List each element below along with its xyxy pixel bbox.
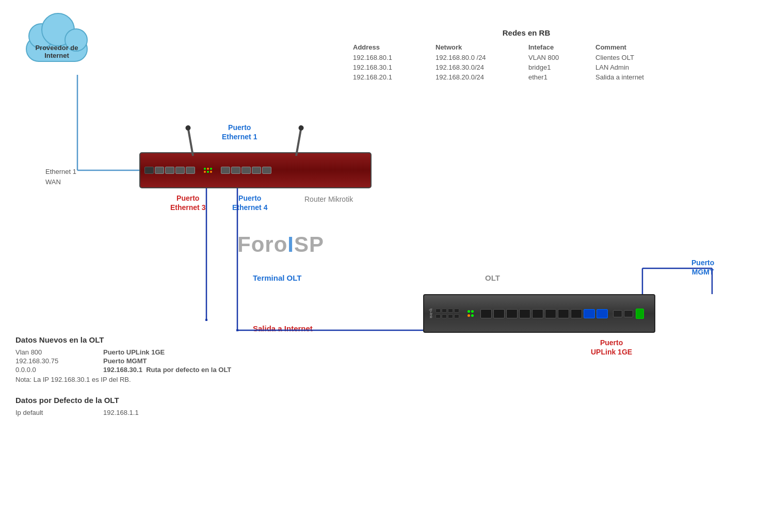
olt-sfp-7 — [558, 309, 569, 318]
redes-en-rb-table: Redes en RB Address Network Inteface Com… — [351, 28, 702, 82]
router-port-4 — [175, 167, 185, 174]
watermark: ForoISP — [237, 232, 324, 257]
ip-mgmt-key: 192.168.30.75 — [15, 357, 98, 365]
puerto-mgmt-label: Puerto MGMT — [691, 258, 714, 277]
default-route-key: 0.0.0.0 — [15, 366, 98, 374]
olt-rj45-1 — [613, 310, 622, 317]
router-leds — [204, 168, 212, 173]
salida-internet-label: Salida a Internet — [253, 324, 313, 333]
addr-2: 192.168.30.1 — [351, 63, 433, 72]
col-interface: Inteface — [526, 42, 593, 52]
iface-1: VLAN 800 — [526, 53, 593, 62]
watermark-sp: SP — [294, 232, 324, 256]
col-address: Address — [351, 42, 433, 52]
led-3 — [210, 168, 212, 170]
olt-rj45-section — [613, 310, 633, 317]
antenna-left — [187, 127, 194, 156]
datos-defecto-grid: Ip default 192.168.1.1 — [15, 409, 273, 416]
router-mikrotik-label: Router Mikrotik — [304, 195, 353, 203]
olt-label: OLT — [485, 273, 500, 282]
olt-brand-text: tp-link — [429, 309, 433, 318]
led-1 — [204, 168, 206, 170]
addr-1: 192.168.80.1 — [351, 53, 433, 62]
col-network: Network — [433, 42, 526, 52]
olt-sfp-uplink1 — [584, 309, 595, 318]
router-port-5 — [186, 167, 195, 174]
router-port-3 — [165, 167, 174, 174]
olt-sfp-5 — [532, 309, 543, 318]
olt-sfp-1 — [480, 309, 492, 318]
olt-sm-port-4 — [454, 309, 459, 313]
ip-mgmt-val: Puerto MGMT — [103, 357, 273, 365]
olt-device: tp-link — [423, 294, 655, 333]
router-port-2 — [155, 167, 164, 174]
router-ports — [144, 167, 366, 174]
datos-nuevos-note: Nota: La IP 192.168.30.1 es IP del RB. — [15, 376, 273, 383]
olt-sfp-section — [480, 309, 608, 318]
led-4 — [204, 171, 206, 173]
olt-sfp-4 — [519, 309, 530, 318]
router-port-9 — [252, 167, 261, 174]
olt-sm-port-3 — [448, 309, 453, 313]
olt-sm-port-2 — [442, 309, 447, 313]
router-port-7 — [231, 167, 240, 174]
table-title: Redes en RB — [351, 28, 702, 37]
vlan800-val: Puerto UPLink 1GE — [103, 348, 273, 356]
comment-1: Clientes OLT — [593, 53, 686, 62]
olt-sfp-3 — [506, 309, 518, 318]
ip-default-key: Ip default — [15, 409, 98, 416]
olt-sfp-uplink2 — [596, 309, 608, 318]
led-2 — [207, 168, 209, 170]
vlan800-key: Vlan 800 — [15, 348, 98, 356]
net-3: 192.168.20.0/24 — [433, 73, 526, 82]
antenna-right — [295, 127, 302, 156]
router-port-6 — [221, 167, 230, 174]
datos-nuevos-title: Datos Nuevos en la OLT — [15, 335, 273, 344]
net-1: 192.168.80.0 /24 — [433, 53, 526, 62]
datos-nuevos-grid: Vlan 800 Puerto UPLink 1GE 192.168.30.75… — [15, 348, 273, 374]
watermark-i: I — [287, 232, 294, 256]
olt-sm-port-6 — [442, 314, 447, 318]
datos-defecto-section: Datos por Defecto de la OLT Ip default 1… — [15, 396, 273, 416]
datos-defecto-title: Datos por Defecto de la OLT — [15, 396, 273, 405]
olt-rj45-mgmt — [624, 310, 633, 317]
cloud-shape: Proveedor de Internet — [15, 21, 98, 77]
router-port-8 — [241, 167, 251, 174]
olt-sm-port-5 — [436, 314, 441, 318]
led-6 — [210, 171, 212, 173]
default-route-val: 192.168.30.1 Ruta por defecto en la OLT — [103, 366, 273, 374]
iface-3: ether1 — [526, 73, 593, 82]
olt-sfp-8 — [571, 309, 582, 318]
watermark-foro: Foro — [237, 232, 287, 256]
puerto-eth1-label: Puerto Ethernet 1 — [222, 123, 257, 141]
table-grid: Address Network Inteface Comment 192.168… — [351, 42, 702, 82]
terminal-olt-label: Terminal OLT — [253, 273, 301, 282]
cloud-label: Proveedor de Internet — [21, 44, 93, 59]
puerto-uplink-label: Puerto UPLink 1GE — [591, 338, 632, 357]
col-comment: Comment — [593, 42, 686, 52]
olt-sm-port-7 — [448, 314, 453, 318]
svg-rect-10 — [236, 329, 238, 331]
ip-default-val: 192.168.1.1 — [103, 409, 273, 416]
ethernet1-wan-label: Ethernet 1 WAN — [45, 167, 76, 187]
svg-rect-9 — [205, 319, 207, 321]
olt-sfp-green — [636, 309, 644, 319]
addr-3: 192.168.20.1 — [351, 73, 433, 82]
olt-sm-port-8 — [454, 314, 459, 318]
olt-sfp-6 — [545, 309, 556, 318]
olt-sm-port-1 — [436, 309, 441, 313]
datos-nuevos-olt: Datos Nuevos en la OLT Vlan 800 Puerto U… — [15, 335, 273, 418]
olt-sfp-2 — [493, 309, 505, 318]
router-port-10 — [262, 167, 271, 174]
iface-2: bridge1 — [526, 63, 593, 72]
net-2: 192.168.30.0/24 — [433, 63, 526, 72]
olt-ports-left — [436, 309, 459, 318]
olt-led-section — [467, 310, 474, 317]
led-5 — [207, 171, 209, 173]
puerto-eth3-label: Puerto Ethernet 3 — [170, 194, 205, 212]
comment-3: Salida a internet — [593, 73, 686, 82]
comment-2: LAN Admin — [593, 63, 686, 72]
puerto-eth4-label: Puerto Ethernet 4 — [232, 194, 267, 212]
router-mikrotik — [139, 152, 372, 188]
router-port-1 — [144, 167, 154, 174]
